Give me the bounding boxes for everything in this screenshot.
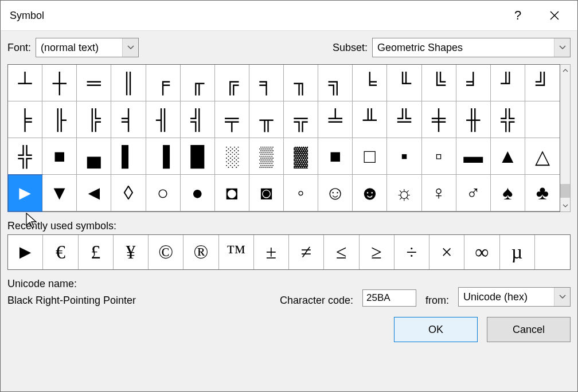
- recent-symbol-cell[interactable]: ≥: [360, 235, 395, 269]
- symbol-cell[interactable]: ●: [181, 175, 215, 211]
- symbol-cell[interactable]: ◄: [77, 175, 111, 211]
- symbol-cell[interactable]: ▌: [111, 138, 146, 175]
- scrollbar[interactable]: [560, 64, 571, 212]
- symbol-cell[interactable]: ▼: [42, 175, 77, 211]
- symbol-cell[interactable]: ■: [42, 138, 77, 175]
- recent-symbol-cell[interactable]: €: [43, 235, 78, 269]
- symbol-cell[interactable]: ╬: [8, 138, 42, 175]
- symbol-cell[interactable]: ╕: [249, 65, 284, 101]
- symbol-cell[interactable]: ☻: [353, 175, 387, 211]
- symbol-cell[interactable]: ▲: [491, 138, 525, 175]
- symbol-cell[interactable]: ╝: [525, 65, 560, 101]
- recent-symbol-cell[interactable]: ×: [429, 235, 464, 269]
- recent-symbol-cell[interactable]: ≤: [324, 235, 359, 269]
- subset-dropdown[interactable]: Geometric Shapes: [372, 38, 571, 57]
- symbol-cell[interactable]: ▄: [77, 138, 111, 175]
- close-icon[interactable]: [536, 1, 573, 30]
- symbol-cell[interactable]: ╞: [8, 101, 42, 138]
- symbol-cell[interactable]: ╥: [249, 101, 284, 138]
- symbol-cell[interactable]: ╙: [387, 65, 421, 101]
- from-dropdown[interactable]: Unicode (hex): [458, 287, 571, 307]
- symbol-cell[interactable]: ═: [77, 65, 111, 101]
- scroll-track[interactable]: [560, 76, 570, 200]
- symbol-cell[interactable]: ►: [8, 175, 42, 211]
- symbol-cell[interactable]: ♂: [456, 175, 491, 211]
- symbol-cell[interactable]: ◘: [215, 175, 249, 211]
- symbol-cell[interactable]: ╧: [318, 101, 353, 138]
- recent-symbol-cell[interactable]: ≠: [289, 235, 324, 269]
- symbol-cell[interactable]: ╤: [215, 101, 249, 138]
- recent-symbol-cell[interactable]: µ: [500, 235, 535, 269]
- symbol-cell[interactable]: ╢: [146, 101, 181, 138]
- recent-symbol-cell[interactable]: £: [79, 235, 114, 269]
- symbol-cell[interactable]: ■: [318, 138, 353, 175]
- symbol-cell[interactable]: ▐: [146, 138, 181, 175]
- symbol-cell[interactable]: ╡: [111, 101, 146, 138]
- recent-symbol-cell[interactable]: ►: [8, 235, 43, 269]
- recently-used-grid[interactable]: ►€£¥©®™±≠≤≥÷×∞µ: [7, 234, 571, 270]
- symbol-cell[interactable]: ╔: [215, 65, 249, 101]
- symbol-cell[interactable]: ╗: [318, 65, 353, 101]
- font-dropdown[interactable]: (normal text): [36, 38, 139, 57]
- symbol-cell[interactable]: ☺: [318, 175, 353, 211]
- symbol-cell[interactable]: ♠: [491, 175, 525, 211]
- symbol-cell[interactable]: ┼: [42, 65, 77, 101]
- symbol-cell[interactable]: ╟: [42, 101, 77, 138]
- chevron-down-icon[interactable]: [554, 38, 570, 57]
- symbol-cell[interactable]: ▪: [387, 138, 421, 175]
- symbol-cell[interactable]: ╛: [456, 65, 491, 101]
- symbol-cell[interactable]: ░: [215, 138, 249, 175]
- symbol-cell[interactable]: ╣: [181, 101, 215, 138]
- recent-symbol-cell[interactable]: ∞: [464, 235, 499, 269]
- symbol-cell[interactable]: ╖: [284, 65, 318, 101]
- symbol-cell[interactable]: ◊: [111, 175, 146, 211]
- symbol-cell[interactable]: ╒: [146, 65, 181, 101]
- symbol-cell[interactable]: ╬: [491, 101, 525, 138]
- symbol-cell[interactable]: ╓: [181, 65, 215, 101]
- symbol-cell[interactable]: ♀: [422, 175, 456, 211]
- symbol-cell[interactable]: ╩: [387, 101, 421, 138]
- symbol-cell[interactable]: ╠: [77, 101, 111, 138]
- symbol-cell[interactable]: ╜: [491, 65, 525, 101]
- symbol-grid[interactable]: ┴┼═║╒╓╔╕╖╗╘╙╚╛╜╝╞╟╠╡╢╣╤╥╦╧╨╩╪╫╬ ╬■▄▌▐█░▒…: [7, 64, 560, 212]
- unicode-name-value: Black Right-Pointing Pointer: [7, 295, 271, 307]
- symbol-cell[interactable]: ╦: [284, 101, 318, 138]
- symbol-cell[interactable]: ♣: [525, 175, 560, 211]
- symbol-dialog: Symbol ? Font: (normal text) Subset: Geo…: [0, 0, 578, 392]
- symbol-cell[interactable]: ◦: [284, 175, 318, 211]
- symbol-cell[interactable]: ╪: [422, 101, 456, 138]
- char-code-input[interactable]: [362, 289, 416, 307]
- symbol-cell[interactable]: ┴: [8, 65, 42, 101]
- recent-symbol-cell[interactable]: ±: [254, 235, 289, 269]
- scroll-down-icon[interactable]: [560, 200, 570, 211]
- symbol-cell[interactable]: █: [181, 138, 215, 175]
- symbol-cell[interactable]: ▒: [249, 138, 284, 175]
- help-icon[interactable]: ?: [499, 1, 536, 30]
- symbol-cell[interactable]: [525, 101, 560, 138]
- chevron-down-icon[interactable]: [554, 288, 570, 306]
- recent-symbol-cell[interactable]: [535, 235, 570, 269]
- symbol-cell[interactable]: ▫: [422, 138, 456, 175]
- symbol-cell[interactable]: ○: [146, 175, 181, 211]
- chevron-down-icon[interactable]: [122, 38, 138, 57]
- ok-button[interactable]: OK: [394, 317, 478, 342]
- symbol-cell[interactable]: ▓: [284, 138, 318, 175]
- symbol-cell[interactable]: ◙: [249, 175, 284, 211]
- recent-symbol-cell[interactable]: ®: [183, 235, 218, 269]
- recent-symbol-cell[interactable]: ©: [149, 235, 183, 269]
- symbol-cell[interactable]: ╫: [456, 101, 491, 138]
- symbol-cell[interactable]: ║: [111, 65, 146, 101]
- symbol-cell[interactable]: △: [525, 138, 560, 175]
- scroll-up-icon[interactable]: [560, 65, 570, 76]
- symbol-cell[interactable]: ▬: [456, 138, 491, 175]
- scroll-thumb[interactable]: [560, 184, 570, 198]
- symbol-cell[interactable]: ╘: [353, 65, 387, 101]
- cancel-button[interactable]: Cancel: [487, 317, 571, 342]
- recent-symbol-cell[interactable]: ™: [219, 235, 254, 269]
- symbol-cell[interactable]: ╚: [422, 65, 456, 101]
- symbol-cell[interactable]: ╨: [353, 101, 387, 138]
- recent-symbol-cell[interactable]: ¥: [114, 235, 149, 269]
- recent-symbol-cell[interactable]: ÷: [395, 235, 429, 269]
- symbol-cell[interactable]: ☼: [387, 175, 421, 211]
- symbol-cell[interactable]: □: [353, 138, 387, 175]
